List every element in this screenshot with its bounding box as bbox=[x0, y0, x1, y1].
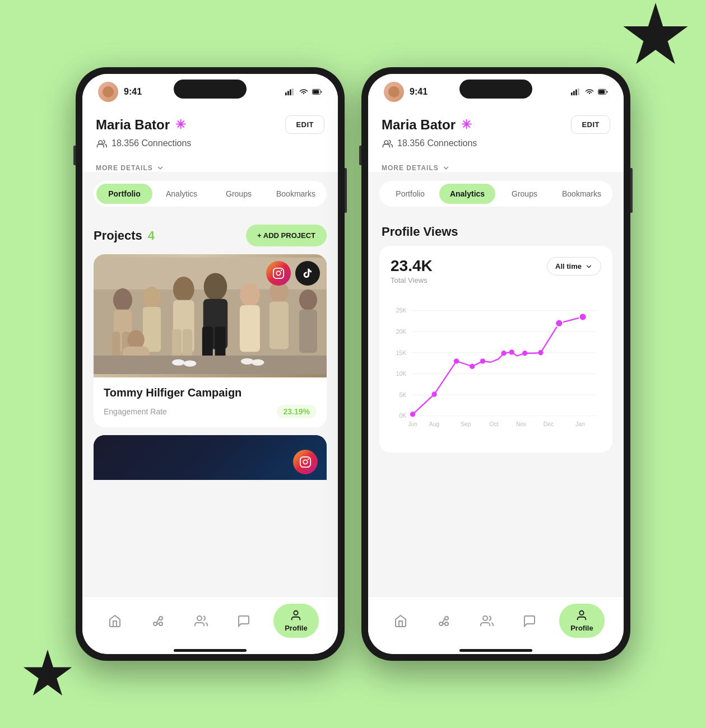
tab-analytics-left[interactable]: Analytics bbox=[154, 184, 210, 204]
svg-line-78 bbox=[443, 618, 445, 623]
tab-groups-left[interactable]: Groups bbox=[211, 184, 267, 204]
phone-right-screen: 9:41 bbox=[368, 74, 624, 654]
nav-profile-left[interactable]: Profile bbox=[273, 604, 318, 638]
chart-container: 25K 20K 15K 10K 5K bbox=[391, 296, 601, 441]
svg-point-9 bbox=[113, 288, 132, 312]
nav-network-right[interactable] bbox=[430, 611, 457, 631]
people-icon-right bbox=[480, 614, 494, 628]
svg-text:Nov: Nov bbox=[516, 421, 527, 427]
time-filter-button[interactable]: All time bbox=[547, 257, 601, 276]
svg-text:15K: 15K bbox=[396, 350, 406, 356]
avatar-left bbox=[98, 82, 118, 102]
add-project-button[interactable]: + ADD PROJECT bbox=[246, 225, 327, 246]
chart-point-3 bbox=[470, 364, 475, 369]
engagement-label: Engagement Rate bbox=[104, 407, 167, 416]
svg-rect-14 bbox=[143, 307, 161, 352]
nav-messages-left[interactable] bbox=[230, 611, 257, 631]
decoration-star-top-right bbox=[622, 3, 689, 70]
svg-text:0K: 0K bbox=[400, 413, 407, 419]
instagram-icon-2 bbox=[293, 450, 318, 474]
svg-rect-2 bbox=[290, 90, 291, 96]
chart-card: 23.4K Total Views All time bbox=[379, 246, 612, 452]
tab-portfolio-right[interactable]: Portfolio bbox=[382, 184, 438, 204]
tab-bookmarks-right[interactable]: Bookmarks bbox=[554, 184, 610, 204]
connections-icon-right bbox=[382, 138, 393, 148]
svg-point-55 bbox=[384, 141, 388, 144]
nav-home-left[interactable] bbox=[101, 611, 128, 631]
tabs-left: Portfolio Analytics Groups Bookmarks bbox=[82, 172, 338, 216]
chevron-down-icon-right bbox=[442, 164, 450, 172]
svg-text:Jun: Jun bbox=[408, 421, 417, 427]
svg-point-38 bbox=[281, 270, 282, 272]
sparkle-icon-left: ✳ bbox=[175, 118, 185, 132]
svg-point-41 bbox=[308, 459, 309, 460]
svg-point-13 bbox=[143, 287, 161, 308]
partial-gradient bbox=[94, 435, 327, 480]
tab-portfolio-left[interactable]: Portfolio bbox=[96, 184, 152, 204]
avatar-right bbox=[384, 82, 404, 102]
connections-left: 18.356 Connections bbox=[96, 138, 324, 148]
svg-point-81 bbox=[580, 611, 584, 615]
nav-network-left[interactable] bbox=[145, 611, 171, 631]
nav-home-right[interactable] bbox=[387, 611, 414, 631]
svg-point-34 bbox=[241, 358, 254, 365]
svg-point-19 bbox=[204, 273, 227, 300]
edit-button-left[interactable]: EDIT bbox=[285, 115, 324, 134]
instagram-icon bbox=[266, 261, 291, 286]
analytics-content: Profile Views 23.4K Total Views All time bbox=[368, 216, 624, 596]
chart-point-0 bbox=[410, 412, 415, 417]
profile-icon-right bbox=[575, 609, 588, 622]
project-card-partial bbox=[94, 435, 327, 480]
nav-profile-right[interactable]: Profile bbox=[559, 604, 604, 638]
messages-icon-right bbox=[523, 614, 536, 628]
tab-groups-right[interactable]: Groups bbox=[496, 184, 552, 204]
bottom-nav-right: Profile bbox=[368, 596, 624, 654]
svg-rect-5 bbox=[313, 90, 319, 94]
project-image bbox=[94, 254, 327, 377]
nav-messages-right[interactable] bbox=[516, 611, 543, 631]
nav-people-left[interactable] bbox=[188, 611, 215, 631]
profile-name-row-right: Maria Bator ✳ EDIT bbox=[382, 115, 610, 134]
tab-bookmarks-left[interactable]: Bookmarks bbox=[268, 184, 324, 204]
svg-point-32 bbox=[172, 360, 185, 366]
status-icons-left bbox=[285, 87, 322, 97]
profile-name-left: Maria Bator ✳ bbox=[96, 117, 185, 133]
nav-people-right[interactable] bbox=[473, 611, 500, 631]
svg-text:10K: 10K bbox=[396, 371, 406, 377]
dynamic-island-left bbox=[174, 80, 247, 99]
network-icon-right bbox=[437, 614, 450, 628]
battery-icon bbox=[312, 87, 322, 97]
svg-text:Oct: Oct bbox=[489, 421, 498, 427]
projects-header: Projects 4 + ADD PROJECT bbox=[94, 216, 327, 254]
status-icons-right bbox=[571, 87, 608, 97]
svg-point-48 bbox=[294, 611, 298, 615]
svg-point-23 bbox=[240, 283, 260, 306]
more-details-right[interactable]: MORE DETAILS bbox=[368, 157, 624, 172]
profile-header-right: Maria Bator ✳ EDIT 18.356 Connections bbox=[368, 106, 624, 157]
svg-text:5K: 5K bbox=[400, 392, 407, 398]
svg-point-6 bbox=[99, 141, 103, 144]
tab-analytics-right[interactable]: Analytics bbox=[439, 184, 495, 204]
status-bar-right: 9:41 bbox=[368, 74, 624, 106]
phone-right: 9:41 bbox=[361, 67, 630, 661]
svg-rect-28 bbox=[299, 310, 317, 353]
phones-container: 9:41 bbox=[76, 67, 630, 661]
svg-point-29 bbox=[128, 330, 145, 349]
chart-total-section: 23.4K Total Views bbox=[391, 257, 433, 284]
chart-point-1 bbox=[431, 391, 436, 396]
edit-button-right[interactable]: EDIT bbox=[571, 115, 610, 134]
profile-views-title: Profile Views bbox=[368, 216, 624, 246]
svg-rect-51 bbox=[575, 90, 577, 96]
svg-point-42 bbox=[159, 617, 162, 620]
svg-rect-11 bbox=[112, 332, 120, 358]
profile-icon-left bbox=[290, 609, 302, 622]
more-details-left[interactable]: MORE DETAILS bbox=[82, 157, 338, 172]
chart-point-5 bbox=[501, 351, 506, 356]
svg-text:20K: 20K bbox=[396, 329, 406, 335]
svg-rect-1 bbox=[287, 91, 289, 95]
signal-icon bbox=[285, 87, 295, 97]
people-icon-left bbox=[194, 614, 208, 628]
time-right: 9:41 bbox=[410, 87, 428, 97]
chart-header: 23.4K Total Views All time bbox=[391, 257, 601, 284]
svg-point-77 bbox=[445, 622, 448, 626]
